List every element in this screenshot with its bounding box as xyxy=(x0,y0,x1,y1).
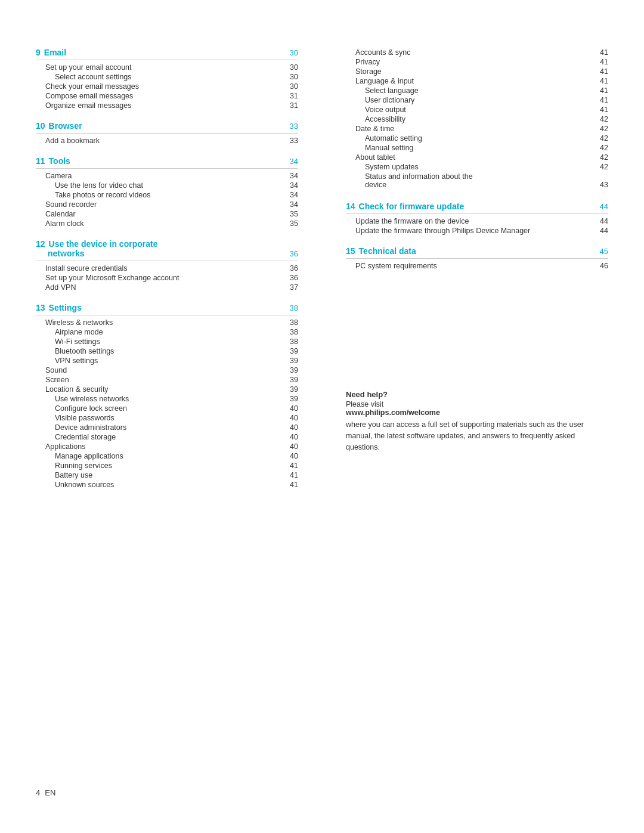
section-14-title-row: 14 Check for firmware update xyxy=(346,202,464,211)
toc-item: Check your email messages 30 xyxy=(36,82,298,91)
toc-item: Airplane mode 38 xyxy=(36,327,298,337)
page-footer: 4 EN xyxy=(36,788,608,797)
section-13-continued: Accounts & sync 41 Privacy 41 Storage 41… xyxy=(346,48,608,192)
section-10-page: 33 xyxy=(290,122,298,131)
section-9-page: 30 xyxy=(290,48,298,57)
right-column: Accounts & sync 41 Privacy 41 Storage 41… xyxy=(334,48,608,770)
toc-item: Manage applications 40 xyxy=(36,451,298,461)
section-9-number: 9 xyxy=(36,48,41,57)
toc-item: Select account settings 30 xyxy=(36,72,298,82)
toc-item: Visible passwords 40 xyxy=(36,413,298,423)
section-12-header: 12 Use the device in corporate networks … xyxy=(36,239,298,261)
section-14-number: 14 xyxy=(346,202,355,211)
section-9-title-row: 9 Email xyxy=(36,48,66,57)
help-url: www.philips.com/welcome xyxy=(346,408,608,417)
section-10-title-row: 10 Browser xyxy=(36,121,82,131)
section-15: 15 Technical data 45 PC system requireme… xyxy=(346,246,608,271)
section-11-number: 11 xyxy=(36,156,45,166)
section-12-title-row: 12 Use the device in corporate xyxy=(36,239,298,249)
toc-item: Take photos or record videos 34 xyxy=(36,190,298,200)
section-14-page: 44 xyxy=(600,202,608,211)
toc-item: Credential storage 40 xyxy=(36,432,298,442)
toc-item: Alarm clock 35 xyxy=(36,219,298,228)
toc-item: Automatic setting 42 xyxy=(346,134,608,143)
section-11-page: 34 xyxy=(290,157,298,166)
toc-item: Wi-Fi settings 38 xyxy=(36,337,298,346)
toc-item: Battery use 41 xyxy=(36,470,298,480)
footer-page-number: 4 xyxy=(36,788,40,797)
toc-item: About tablet 42 xyxy=(346,153,608,162)
toc-item: Set up your email account 30 xyxy=(36,63,298,72)
toc-item: Calendar 35 xyxy=(36,209,298,219)
section-10-header: 10 Browser 33 xyxy=(36,121,298,134)
toc-item: Configure lock screen 40 xyxy=(36,404,298,413)
toc-item: Applications 40 xyxy=(36,442,298,451)
section-10-number: 10 xyxy=(36,121,45,131)
help-line1: Please visit xyxy=(346,400,608,408)
page: 9 Email 30 Set up your email account 30 … xyxy=(0,0,644,833)
section-9-header: 9 Email 30 xyxy=(36,48,298,60)
section-12-number: 12 xyxy=(36,239,45,249)
help-desc: where you can access a full set of suppo… xyxy=(346,419,608,453)
toc-item: Use the lens for video chat 34 xyxy=(36,181,298,190)
section-12-title-cont: networks xyxy=(36,249,84,258)
toc-item: Manual setting 42 xyxy=(346,143,608,153)
toc-item: Camera 34 xyxy=(36,171,298,181)
toc-item: Date & time 42 xyxy=(346,124,608,134)
section-14: 14 Check for firmware update 44 Update t… xyxy=(346,202,608,236)
toc-item: Language & input 41 xyxy=(346,76,608,86)
section-13: 13 Settings 38 Wireless & networks 38 Ai… xyxy=(36,303,298,490)
toc-item: Storage 41 xyxy=(346,67,608,76)
toc-item: Use wireless networks 39 xyxy=(36,394,298,404)
section-15-page: 45 xyxy=(600,247,608,256)
section-15-number: 15 xyxy=(346,246,355,256)
toc-item: Device administrators 40 xyxy=(36,423,298,432)
section-14-title: Check for firmware update xyxy=(359,202,465,211)
section-13-number: 13 xyxy=(36,303,45,312)
toc-item: Location & security 39 xyxy=(36,385,298,394)
section-12-title: Use the device in corporate xyxy=(49,239,158,249)
section-10-title: Browser xyxy=(49,121,82,131)
section-11-title-row: 11 Tools xyxy=(36,156,70,166)
toc-item: Add a bookmark 33 xyxy=(36,136,298,145)
toc-item: Accessibility 42 xyxy=(346,114,608,124)
toc-item: Privacy 41 xyxy=(346,57,608,67)
footer-lang: EN xyxy=(45,788,55,797)
section-9-title: Email xyxy=(44,48,66,57)
section-14-header: 14 Check for firmware update 44 xyxy=(346,202,608,214)
help-box: Need help? Please visit www.philips.com/… xyxy=(346,390,608,453)
toc-item: Compose email messages 31 xyxy=(36,91,298,101)
left-column: 9 Email 30 Set up your email account 30 … xyxy=(36,48,310,770)
toc-item: System updates 42 xyxy=(346,162,608,172)
toc-item: Sound 39 xyxy=(36,366,298,375)
toc-content: 9 Email 30 Set up your email account 30 … xyxy=(36,48,608,770)
section-10: 10 Browser 33 Add a bookmark 33 xyxy=(36,121,298,145)
section-12: 12 Use the device in corporate networks … xyxy=(36,239,298,292)
toc-item: Organize email messages 31 xyxy=(36,101,298,110)
section-15-header: 15 Technical data 45 xyxy=(346,246,608,259)
toc-item: Select language 41 xyxy=(346,86,608,95)
section-9: 9 Email 30 Set up your email account 30 … xyxy=(36,48,298,110)
section-13-title-row: 13 Settings xyxy=(36,303,82,312)
toc-item: Add VPN 37 xyxy=(36,283,298,292)
toc-item: Voice output 41 xyxy=(346,105,608,114)
section-11-header: 11 Tools 34 xyxy=(36,156,298,169)
toc-item: Accounts & sync 41 xyxy=(346,48,608,57)
toc-item: VPN settings 39 xyxy=(36,356,298,366)
toc-item: Screen 39 xyxy=(36,375,298,385)
section-11-title: Tools xyxy=(49,156,70,166)
section-11: 11 Tools 34 Camera 34 Use the lens for v… xyxy=(36,156,298,228)
toc-item: Update the firmware on the device 44 xyxy=(346,216,608,226)
toc-item: Running services 41 xyxy=(36,461,298,470)
section-15-title: Technical data xyxy=(359,246,416,256)
section-13-title: Settings xyxy=(49,303,82,312)
section-13-page: 38 xyxy=(290,304,298,312)
section-15-title-row: 15 Technical data xyxy=(346,246,416,256)
toc-item: Bluetooth settings 39 xyxy=(36,346,298,356)
toc-item: Set up your Microsoft Exchange account 3… xyxy=(36,273,298,283)
toc-item: Unknown sources 41 xyxy=(36,480,298,490)
toc-item: PC system requirements 46 xyxy=(346,261,608,271)
toc-item: Install secure credentials 36 xyxy=(36,264,298,273)
toc-item: User dictionary 41 xyxy=(346,95,608,105)
toc-item: Status and information about thedevice 4… xyxy=(346,172,608,190)
